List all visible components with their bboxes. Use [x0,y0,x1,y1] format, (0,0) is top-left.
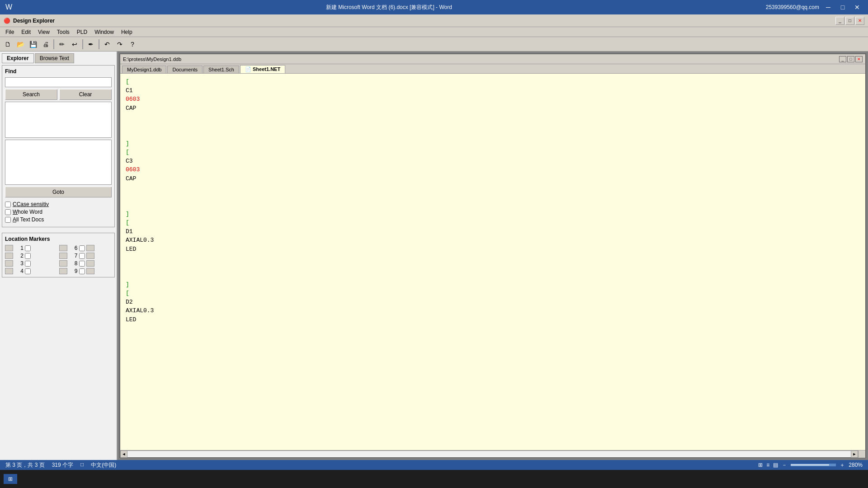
toolbar-new-button[interactable]: 🗋 [2,38,14,50]
menu-help[interactable]: Help [118,28,136,36]
menu-pld[interactable]: PLD [73,28,91,36]
doc-maximize-button[interactable]: □ [847,56,854,62]
hscroll-track[interactable] [127,450,851,457]
location-num-2: 2 [14,253,24,259]
search-results-area-2 [5,140,112,185]
location-box-9-left[interactable] [59,268,67,274]
location-num-4: 4 [14,268,24,274]
doc-close-button[interactable]: ✕ [855,56,863,62]
zoom-minus-icon[interactable]: － [782,461,787,469]
app-close-button[interactable]: ✕ [855,17,864,25]
line-c1: C1 [126,86,856,95]
app-maximize-button[interactable]: □ [845,17,854,25]
doc-tabs: MyDesign1.ddb Documents Sheet1.Sch 📄 She… [120,64,865,74]
menu-file[interactable]: File [2,28,18,36]
zoom-slider[interactable] [791,464,836,466]
toolbar-redo-button[interactable]: ↷ [114,38,126,50]
toolbar-separator-2 [82,39,83,49]
app-minimize-button[interactable]: _ [835,17,844,25]
toolbar-arrow-button[interactable]: ↩ [69,38,80,50]
location-box-8-right[interactable] [86,260,94,267]
location-cb-1[interactable] [25,245,31,251]
location-cb-8[interactable] [79,261,85,267]
line-bracket-close-1: ] [126,139,856,148]
main-area: Explorer Browse Text Find Search Clear G… [0,52,868,460]
location-cb-7[interactable] [79,253,85,259]
hscroll-left-button[interactable]: ◄ [120,450,127,458]
location-row-7: 7 [59,253,112,259]
location-cb-9[interactable] [79,268,85,274]
location-row-9: 9 [59,268,112,274]
toolbar-undo-button[interactable]: ↶ [101,38,113,50]
location-num-1: 1 [14,245,24,251]
menu-window[interactable]: Window [91,28,118,36]
doc-tab-sheet1sch[interactable]: Sheet1.Sch [203,66,239,73]
toolbar-help-button[interactable]: ? [127,38,138,50]
doc-tab-mydesign[interactable]: MyDesign1.ddb [122,66,166,73]
toolbar-pencil-button[interactable]: ✒ [85,38,97,50]
doc-window-container: E:\protess\MyDesign1.ddb _ □ ✕ MyDesign1… [118,52,868,460]
location-box-1-left[interactable] [5,245,13,251]
line-axial-1: AXIAL0.3 [126,236,856,245]
toolbar-save-button[interactable]: 💾 [27,38,39,50]
doc-minimize-button[interactable]: _ [839,56,846,62]
location-box-6-left[interactable] [59,245,67,251]
location-cb-3[interactable] [25,261,31,267]
line-led-1: LED [126,245,856,254]
menu-edit[interactable]: Edit [18,28,34,36]
case-sensitive-row: CCase sensitiv [5,201,112,207]
whole-word-checkbox[interactable] [5,209,11,215]
layout-icon-2[interactable]: ≡ [766,462,769,468]
menu-view[interactable]: View [34,28,53,36]
location-markers-section: Location Markers 1 6 [2,233,115,277]
toolbar-open-button[interactable]: 📂 [14,38,26,50]
location-box-3-left[interactable] [5,260,13,267]
layout-icon-1[interactable]: ⊞ [758,462,763,468]
zoom-plus-icon[interactable]: ＋ [840,461,845,469]
doc-tab-sheet1net[interactable]: 📄 Sheet1.NET [240,65,285,73]
location-box-2-left[interactable] [5,253,13,259]
word-status-left: 第 3 页，共 3 页 319 个字 □ 中文(中国) [5,461,116,469]
find-input[interactable] [5,77,112,87]
tab-explorer[interactable]: Explorer [2,53,34,63]
all-text-docs-checkbox[interactable] [5,217,11,223]
all-text-docs-row: All Text Docs [5,216,112,223]
location-box-6-right[interactable] [86,245,94,251]
search-button[interactable]: Search [5,89,57,100]
location-cb-4[interactable] [25,268,31,274]
search-results-area [5,102,112,138]
tab-browse-text[interactable]: Browse Text [35,53,74,63]
doc-tab-documents[interactable]: Documents [167,66,203,73]
toolbar-pen-button[interactable]: ✏ [56,38,68,50]
start-button[interactable]: ⊞ [4,474,17,484]
os-minimize-button[interactable]: ─ [823,2,834,13]
location-num-3: 3 [14,260,24,267]
toolbar-separator-3 [99,39,99,49]
menu-tools[interactable]: Tools [53,28,73,36]
location-box-8-left[interactable] [59,260,67,267]
doc-window: E:\protess\MyDesign1.ddb _ □ ✕ MyDesign1… [119,53,866,458]
location-cb-2[interactable] [25,253,31,259]
os-close-button[interactable]: ✕ [852,2,863,13]
clear-button[interactable]: Clear [59,89,112,100]
line-c3: C3 [126,157,856,166]
case-sensitive-checkbox[interactable] [5,202,11,207]
location-box-9-right[interactable] [86,268,94,274]
line-cap-1: CAP [126,104,856,113]
doc-horizontal-scrollbar[interactable]: ◄ ► [120,450,865,457]
location-box-7-left[interactable] [59,253,67,259]
sidebar: Explorer Browse Text Find Search Clear G… [0,52,118,460]
layout-icon-3[interactable]: ▤ [773,462,778,468]
doc-path: E:\protess\MyDesign1.ddb [123,56,181,62]
os-maximize-button[interactable]: □ [837,2,848,13]
location-box-4-left[interactable] [5,268,13,274]
goto-button[interactable]: Goto [5,187,112,197]
toolbar-print-button[interactable]: 🖨 [40,38,52,50]
location-cb-6[interactable] [79,245,85,251]
sidebar-tabs: Explorer Browse Text [2,53,115,63]
toolbar: 🗋 📂 💾 🖨 ✏ ↩ ✒ ↶ ↷ ? [0,37,868,52]
doc-content[interactable]: [ C1 0603 CAP ] [ C3 0603 CAP [120,74,865,450]
line-d2: D2 [126,298,856,307]
location-box-7-right[interactable] [86,253,94,259]
hscroll-right-button[interactable]: ► [851,450,858,458]
